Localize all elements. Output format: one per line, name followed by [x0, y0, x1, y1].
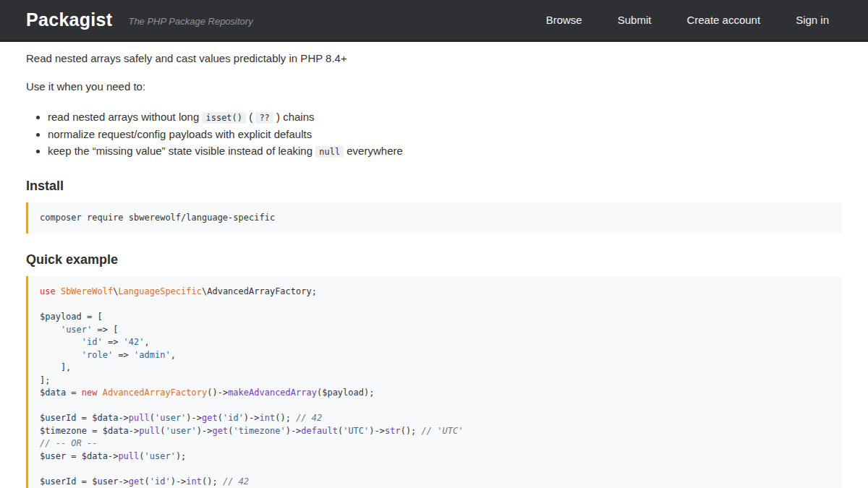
code-line: $data = new AdvancedArrayFactory()->make… [40, 387, 830, 400]
use-case-item: normalize request/config payloads with e… [48, 126, 842, 143]
code-line: $timezone = $data->pull('user')->get('ti… [40, 425, 830, 438]
code-line: $userId = $data->pull('user')->get('id')… [40, 412, 830, 425]
code-line: // -- OR -- [40, 437, 830, 450]
header: Packagist The PHP Package Repository Bro… [0, 0, 868, 42]
example-heading: Quick example [26, 252, 842, 267]
intro-paragraph: Read nested arrays safely and cast value… [26, 52, 842, 64]
code-line: $userId = $user->get('id')->int(); // 42 [40, 476, 830, 488]
nav-link-browse[interactable]: Browse [546, 14, 582, 26]
code-line: $payload = [ [40, 311, 830, 324]
code-line [40, 400, 830, 413]
inline-code: ?? [255, 112, 273, 124]
code-line: 'user' => [ [40, 324, 830, 337]
brand-logo[interactable]: Packagist [26, 9, 112, 30]
use-case-item: keep the “missing value” state visible i… [48, 142, 842, 160]
example-code-block[interactable]: use SbWereWolf\LanguageSpecific\Advanced… [26, 276, 842, 488]
nav-link-submit[interactable]: Submit [618, 14, 652, 26]
use-case-item: read nested arrays without long isset() … [48, 108, 842, 126]
code-line: ], [40, 361, 830, 374]
nav-link-sign-in[interactable]: Sign in [796, 14, 829, 26]
nav-link-create-account[interactable]: Create account [686, 14, 760, 26]
code-line: $user = $data->pull('user'); [40, 450, 830, 463]
inline-code: isset() [202, 112, 246, 124]
code-line: 'role' => 'admin', [40, 349, 830, 362]
use-when-paragraph: Use it when you need to: [26, 80, 842, 93]
use-case-list: read nested arrays without long isset() … [26, 108, 842, 160]
code-line [40, 299, 830, 312]
brand-tagline: The PHP Package Repository [128, 16, 252, 27]
main-nav: BrowseSubmitCreate accountSign in [546, 14, 829, 26]
install-heading: Install [26, 179, 842, 194]
readme-content: Read nested arrays safely and cast value… [0, 42, 868, 488]
code-line: use SbWereWolf\LanguageSpecific\Advanced… [40, 286, 830, 299]
install-code-block[interactable]: composer require sbwerewolf/language-spe… [26, 202, 842, 234]
inline-code: null [315, 146, 344, 158]
code-line [40, 463, 830, 476]
install-command: composer require sbwerewolf/language-spe… [40, 213, 275, 223]
code-line: 'id' => '42', [40, 336, 830, 349]
code-line: ]; [40, 374, 830, 388]
